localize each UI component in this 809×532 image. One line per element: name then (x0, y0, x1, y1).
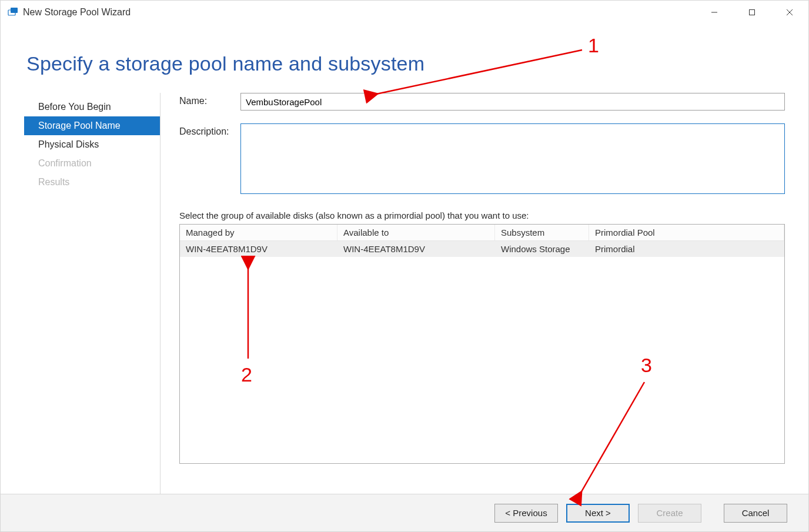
next-button[interactable]: Next > (566, 504, 630, 523)
column-managed-by[interactable]: Managed by (180, 225, 337, 240)
name-label: Name: (179, 93, 240, 106)
wizard-body: Specify a storage pool name and subsyste… (1, 24, 808, 494)
cancel-button[interactable]: Cancel (724, 504, 787, 523)
grid-header: Managed by Available to Subsystem Primor… (180, 225, 784, 241)
titlebar: New Storage Pool Wizard (1, 1, 808, 24)
minimize-button[interactable] (696, 1, 733, 24)
svg-rect-3 (750, 10, 755, 15)
name-row: Name: (179, 93, 785, 111)
cell-subsystem: Windows Storage (495, 241, 589, 257)
wizard-window: New Storage Pool Wizard Specify a storag… (0, 0, 809, 532)
close-icon (786, 9, 793, 16)
column-primordial-pool[interactable]: Primordial Pool (589, 225, 784, 240)
grid-body: WIN-4EEAT8M1D9V WIN-4EEAT8M1D9V Windows … (180, 241, 784, 463)
sidebar-item-physical-disks[interactable]: Physical Disks (24, 135, 160, 154)
disk-group-grid[interactable]: Managed by Available to Subsystem Primor… (179, 224, 785, 464)
create-button: Create (638, 504, 701, 523)
window-title: New Storage Pool Wizard (23, 7, 131, 18)
close-button[interactable] (771, 1, 808, 24)
minimize-icon (711, 9, 718, 16)
sidebar-item-results: Results (24, 173, 160, 192)
maximize-icon (748, 9, 755, 16)
cell-managed-by: WIN-4EEAT8M1D9V (180, 241, 337, 257)
cell-primordial-pool: Primordial (589, 241, 784, 257)
grid-row[interactable]: WIN-4EEAT8M1D9V WIN-4EEAT8M1D9V Windows … (180, 241, 784, 257)
description-row: Description: (179, 123, 785, 194)
column-available-to[interactable]: Available to (337, 225, 495, 240)
description-label: Description: (179, 123, 240, 137)
content-row: Before You Begin Storage Pool Name Physi… (24, 93, 785, 494)
form-area: Name: Description: Select the group of a… (179, 93, 785, 494)
wizard-footer: < Previous Next > Create Cancel (1, 494, 808, 531)
app-icon (8, 7, 18, 18)
name-input[interactable] (240, 93, 785, 111)
cell-available-to: WIN-4EEAT8M1D9V (337, 241, 495, 257)
description-input[interactable] (240, 123, 785, 194)
pool-instruction: Select the group of available disks (als… (179, 210, 785, 220)
page-title: Specify a storage pool name and subsyste… (26, 52, 785, 75)
sidebar-item-confirmation: Confirmation (24, 154, 160, 173)
maximize-button[interactable] (733, 1, 771, 24)
sidebar-item-before-you-begin[interactable]: Before You Begin (24, 98, 160, 116)
sidebar-item-storage-pool-name[interactable]: Storage Pool Name (24, 116, 160, 135)
wizard-sidebar: Before You Begin Storage Pool Name Physi… (24, 93, 161, 494)
column-subsystem[interactable]: Subsystem (495, 225, 589, 240)
window-controls (696, 1, 808, 24)
svg-rect-1 (11, 8, 18, 13)
previous-button[interactable]: < Previous (494, 504, 558, 523)
